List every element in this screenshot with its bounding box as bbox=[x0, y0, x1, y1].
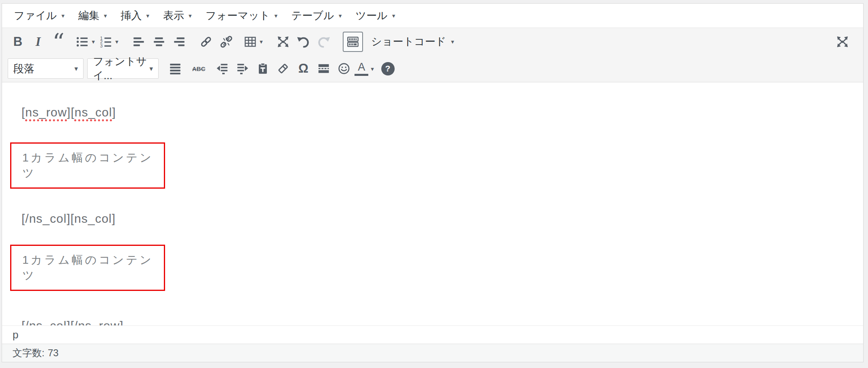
bold-icon: B bbox=[13, 34, 22, 49]
menubar: ファイル ▾ 編集 ▾ 挿入 ▾ 表示 ▾ フォーマット ▾ テーブル ▾ ツー… bbox=[2, 4, 863, 28]
wordcount-value: 73 bbox=[48, 347, 59, 359]
menu-format-label: フォーマット bbox=[206, 9, 270, 23]
menu-tools[interactable]: ツール ▾ bbox=[349, 4, 402, 28]
fullscreen-icon bbox=[835, 34, 850, 49]
expand-icon bbox=[276, 34, 290, 49]
shortcode-button-label: ショートコード bbox=[371, 34, 446, 49]
element-path-item[interactable]: p bbox=[13, 329, 18, 341]
editor-frame: ファイル ▾ 編集 ▾ 挿入 ▾ 表示 ▾ フォーマット ▾ テーブル ▾ ツー… bbox=[2, 3, 864, 362]
chevron-down-icon: ▾ bbox=[260, 39, 263, 45]
align-left-icon bbox=[132, 35, 146, 49]
chevron-down-icon: ▾ bbox=[339, 13, 342, 19]
menu-insert[interactable]: 挿入 ▾ bbox=[114, 4, 157, 28]
align-justify-button[interactable] bbox=[165, 58, 185, 79]
insert-link-button[interactable] bbox=[196, 31, 216, 52]
align-justify-icon bbox=[168, 62, 182, 75]
chevron-down-icon: ▾ bbox=[115, 39, 118, 45]
chevron-down-icon: ▾ bbox=[451, 39, 454, 45]
menu-edit-label: 編集 bbox=[78, 9, 99, 23]
bold-button[interactable]: B bbox=[8, 31, 28, 52]
help-button[interactable]: ? bbox=[378, 58, 398, 79]
misspelled-word: ns_col bbox=[29, 319, 67, 325]
align-left-button[interactable] bbox=[129, 31, 149, 52]
remove-link-button[interactable] bbox=[216, 31, 236, 52]
special-character-button[interactable]: Ω bbox=[293, 58, 314, 79]
menu-insert-label: 挿入 bbox=[121, 9, 142, 23]
blockquote-icon: “ bbox=[52, 40, 64, 52]
misspelled-word: ns_col bbox=[75, 105, 112, 119]
text-color-icon: A bbox=[355, 62, 368, 76]
shortcode-text-line: [/ns_col][ns_col] bbox=[21, 211, 863, 226]
menu-table-label: テーブル bbox=[291, 9, 334, 23]
menu-tools-label: ツール bbox=[356, 9, 388, 23]
block-format-select[interactable]: 段落 ▾ bbox=[8, 58, 84, 79]
wordcount-label: 文字数: bbox=[13, 346, 45, 359]
chevron-down-icon: ▾ bbox=[275, 13, 278, 19]
block-format-value: 段落 bbox=[13, 62, 34, 76]
shortcode-text-line: [/ns_col][/ns_row] bbox=[21, 319, 863, 325]
toolbar-toggle-icon bbox=[346, 35, 360, 49]
italic-icon: I bbox=[33, 34, 43, 49]
indent-icon bbox=[236, 62, 249, 75]
redo-button[interactable] bbox=[314, 31, 334, 52]
outdent-button[interactable] bbox=[212, 58, 232, 79]
chevron-down-icon: ▾ bbox=[146, 13, 150, 19]
page-break-button[interactable] bbox=[314, 58, 334, 79]
table-button[interactable]: ▾ bbox=[243, 31, 266, 52]
wordcount-bar: 文字数: 73 bbox=[2, 344, 863, 362]
italic-button[interactable]: I bbox=[28, 31, 48, 52]
bullet-list-icon bbox=[75, 35, 89, 49]
indent-button[interactable] bbox=[232, 58, 253, 79]
chevron-down-icon: ▾ bbox=[371, 66, 374, 72]
outdent-icon bbox=[215, 62, 229, 75]
align-right-button[interactable] bbox=[169, 31, 189, 52]
menu-view[interactable]: 表示 ▾ bbox=[156, 4, 199, 28]
shortcode-text-line: [ns_row][ns_col] bbox=[21, 105, 863, 120]
link-icon bbox=[199, 35, 213, 49]
unlink-icon bbox=[219, 35, 233, 49]
remove-format-button[interactable] bbox=[273, 58, 293, 79]
smiley-icon bbox=[337, 62, 351, 75]
column-content-box: 1カラム幅のコンテンツ bbox=[10, 245, 165, 291]
table-icon bbox=[243, 35, 257, 49]
align-right-icon bbox=[172, 35, 186, 49]
help-icon: ? bbox=[381, 62, 395, 75]
misspelled-word: ns_row bbox=[78, 319, 120, 325]
svg-text:3: 3 bbox=[100, 43, 103, 48]
distraction-free-button[interactable] bbox=[273, 31, 293, 52]
menu-table[interactable]: テーブル ▾ bbox=[284, 4, 348, 28]
column-content-box: 1カラム幅のコンテンツ bbox=[10, 142, 165, 189]
menu-format[interactable]: フォーマット ▾ bbox=[199, 4, 285, 28]
element-path-bar: p bbox=[2, 325, 863, 344]
toolbar-toggle-button[interactable] bbox=[343, 32, 363, 52]
numbered-list-button[interactable]: 1 2 3 ▾ bbox=[99, 31, 122, 52]
chevron-down-icon: ▾ bbox=[92, 39, 95, 45]
emoticons-button[interactable] bbox=[334, 58, 354, 79]
chevron-down-icon: ▾ bbox=[392, 13, 395, 19]
toolbar-primary: B I “ ▾ 1 2 bbox=[2, 28, 863, 55]
blockquote-button[interactable]: “ bbox=[48, 31, 69, 52]
toolbar-secondary: 段落 ▾ フォントサイ... ▾ ABC bbox=[2, 55, 863, 82]
undo-icon bbox=[296, 34, 311, 49]
menu-edit[interactable]: 編集 ▾ bbox=[71, 4, 114, 28]
font-size-value: フォントサイ... bbox=[93, 54, 149, 83]
menu-file[interactable]: ファイル ▾ bbox=[7, 4, 71, 28]
paste-as-text-icon bbox=[256, 62, 270, 75]
editor-body[interactable]: [ns_row][ns_col]1カラム幅のコンテンツ[/ns_col][ns_… bbox=[2, 82, 863, 325]
shortcode-dropdown-button[interactable]: ショートコード ▾ bbox=[365, 31, 460, 52]
fullscreen-button[interactable] bbox=[832, 31, 853, 52]
chevron-down-icon: ▾ bbox=[189, 13, 192, 19]
bullet-list-button[interactable]: ▾ bbox=[75, 31, 99, 52]
paste-as-text-button[interactable] bbox=[253, 58, 273, 79]
align-center-icon bbox=[152, 35, 166, 49]
font-size-select[interactable]: フォントサイ... ▾ bbox=[87, 58, 159, 79]
menu-view-label: 表示 bbox=[163, 9, 184, 23]
strikethrough-button[interactable]: ABC bbox=[189, 58, 209, 79]
page-break-icon bbox=[317, 62, 331, 75]
numbered-list-icon: 1 2 3 bbox=[99, 35, 113, 49]
text-color-button[interactable]: A ▾ bbox=[354, 58, 378, 79]
chevron-down-icon: ▾ bbox=[74, 65, 78, 72]
align-center-button[interactable] bbox=[149, 31, 169, 52]
omega-icon: Ω bbox=[299, 61, 309, 76]
undo-button[interactable] bbox=[293, 31, 314, 52]
